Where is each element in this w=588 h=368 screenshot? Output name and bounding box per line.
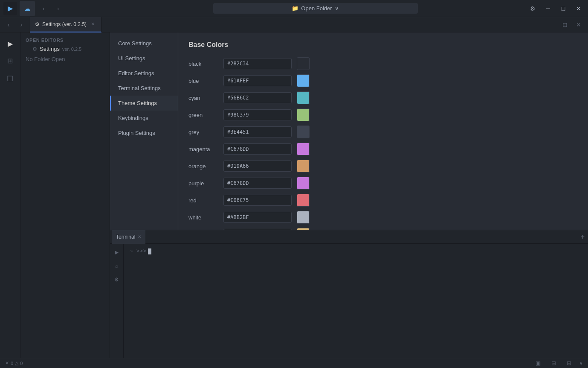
color-value-input[interactable] <box>223 92 292 103</box>
color-swatch[interactable] <box>297 74 310 87</box>
open-folder-button[interactable]: 📁 Open Folder ∨ <box>213 3 418 14</box>
color-name-label: orange <box>188 163 218 169</box>
settings-icon: ⚙ <box>32 46 37 52</box>
color-value-input[interactable] <box>223 143 292 155</box>
terminal-body: ▶ ⌕ ⚙ ~ >>> <box>110 244 588 358</box>
color-value-input[interactable] <box>223 195 292 206</box>
color-swatch[interactable] <box>297 126 310 138</box>
forward-button[interactable]: › <box>52 3 64 15</box>
terminal-tab-close-button[interactable]: ✕ <box>138 234 141 239</box>
cloud-icon: ☁ <box>24 5 30 12</box>
color-name-label: magenta <box>188 146 218 152</box>
settings-nav: Core Settings UI Settings Editor Setting… <box>110 32 178 230</box>
terminal-sidebar-search-button[interactable]: ⌕ <box>112 261 122 271</box>
close-all-tabs-button[interactable]: ✕ <box>573 19 585 31</box>
terminal-content: ~ >>> <box>124 244 588 358</box>
status-layout-icon-3[interactable]: ⊞ <box>564 358 574 368</box>
title-bar-right: ⚙ ─ □ ✕ <box>516 3 585 15</box>
color-name-label: green <box>188 112 218 118</box>
error-count-value: 0 <box>11 361 13 366</box>
color-swatch[interactable] <box>297 143 310 155</box>
settings-tab-label: Settings (ver. 0.2.5) <box>42 21 87 27</box>
color-row: white <box>188 211 578 224</box>
activity-extensions-button[interactable]: ⊞ <box>3 53 18 68</box>
nav-item-plugin-settings[interactable]: Plugin Settings <box>110 126 178 140</box>
settings-content: Base Colors blackbluecyangreengreymagent… <box>178 32 588 230</box>
color-row: magenta <box>188 143 578 155</box>
settings-section-title: Base Colors <box>188 41 578 49</box>
color-value-input[interactable] <box>223 212 292 223</box>
nav-item-core-settings[interactable]: Core Settings <box>110 36 178 51</box>
color-value-input[interactable] <box>223 126 292 137</box>
split-editor-button[interactable]: ⊡ <box>559 19 571 31</box>
collapse-panel-button[interactable]: ∧ <box>579 360 583 366</box>
color-swatch[interactable] <box>297 177 310 190</box>
dropdown-chevron-icon: ∨ <box>335 5 339 12</box>
terminal-sidebar: ▶ ⌕ ⚙ <box>110 244 124 358</box>
play-icon: ▶ <box>8 4 13 12</box>
tab-right-actions: ⊡ ✕ <box>559 19 588 31</box>
color-swatch[interactable] <box>297 91 310 104</box>
terminal-sidebar-settings-button[interactable]: ⚙ <box>112 275 122 285</box>
terminal-add-button[interactable]: + <box>581 233 585 241</box>
activity-run-button[interactable]: ▶ <box>3 36 18 51</box>
title-bar: ▶ ☁ ‹ › 📁 Open Folder ∨ ⚙ ─ □ ✕ <box>0 0 588 17</box>
color-value-input[interactable] <box>223 161 292 172</box>
terminal-sidebar-run-button[interactable]: ▶ <box>112 247 122 257</box>
settings-tab-close-button[interactable]: ✕ <box>89 21 96 28</box>
maximize-button[interactable]: □ <box>557 3 569 15</box>
back-button[interactable]: ‹ <box>38 3 49 15</box>
cloud-icon-button[interactable]: ☁ <box>20 1 35 16</box>
settings-tab-icon: ⚙ <box>35 21 40 27</box>
terminal-prompt-text: ~ >>> <box>130 248 146 254</box>
sidebar-section-editors: Open Editors ⚙ Settings ver. 0.2.5 No Fo… <box>20 32 110 68</box>
color-swatch[interactable] <box>297 160 310 172</box>
sidebar-item-settings[interactable]: ⚙ Settings ver. 0.2.5 <box>20 44 110 53</box>
color-swatch[interactable] <box>297 108 310 121</box>
color-row: blue <box>188 74 578 87</box>
terminal-prompt-line: ~ >>> <box>130 248 582 254</box>
nav-item-theme-settings[interactable]: Theme Settings <box>110 96 178 111</box>
tab-nav-forward-button[interactable]: › <box>15 19 27 31</box>
status-layout-icon-1[interactable]: ▣ <box>533 358 543 368</box>
tab-nav-back-button[interactable]: ‹ <box>3 19 14 31</box>
terminal-tab[interactable]: Terminal ✕ <box>112 230 145 244</box>
gear-button[interactable]: ⚙ <box>527 3 539 15</box>
open-folder-label: Open Folder <box>301 5 332 12</box>
nav-item-terminal-settings[interactable]: Terminal Settings <box>110 81 178 96</box>
status-bar-right: ▣ ⊟ ⊞ ∧ <box>533 358 583 368</box>
color-value-input[interactable] <box>223 178 292 189</box>
title-bar-center: 📁 Open Folder ∨ <box>114 3 516 14</box>
nav-item-ui-settings[interactable]: UI Settings <box>110 51 178 66</box>
tab-nav: ‹ › <box>3 19 27 31</box>
nav-item-editor-settings[interactable]: Editor Settings <box>110 66 178 81</box>
color-value-input[interactable] <box>223 58 292 69</box>
color-name-label: blue <box>188 78 218 84</box>
color-swatch[interactable] <box>297 211 310 224</box>
status-layout-icon-2[interactable]: ⊟ <box>548 358 559 368</box>
color-value-input[interactable] <box>223 109 292 120</box>
main-content: ▶ ⊞ ◫ Open Editors ⚙ Settings ver. 0.2.5… <box>0 32 588 358</box>
warning-count-value: 0 <box>20 361 23 366</box>
color-name-label: cyan <box>188 95 218 101</box>
nav-item-keybindings[interactable]: Keybindings <box>110 111 178 126</box>
sidebar-settings-label: Settings <box>40 46 60 52</box>
color-swatch[interactable] <box>297 57 310 70</box>
folder-icon: 📁 <box>292 5 298 12</box>
color-swatch[interactable] <box>297 194 310 207</box>
terminal-cursor <box>148 248 151 254</box>
terminal-tab-bar: Terminal ✕ + <box>110 230 588 244</box>
close-window-button[interactable]: ✕ <box>573 3 585 15</box>
color-row: purple <box>188 177 578 190</box>
minimize-button[interactable]: ─ <box>542 3 554 15</box>
color-value-input[interactable] <box>223 75 292 86</box>
app-icon: ▶ <box>3 2 17 15</box>
no-folder-label: No Folder Open <box>20 53 110 65</box>
settings-tab[interactable]: ⚙ Settings (ver. 0.2.5) ✕ <box>30 17 101 32</box>
color-row: cyan <box>188 91 578 104</box>
activity-layout-button[interactable]: ◫ <box>3 70 18 85</box>
error-icon: ✕ <box>5 360 9 366</box>
color-row: grey <box>188 126 578 138</box>
color-row: red <box>188 194 578 207</box>
terminal-panel: Terminal ✕ + ▶ ⌕ ⚙ ~ >>> <box>110 230 588 358</box>
